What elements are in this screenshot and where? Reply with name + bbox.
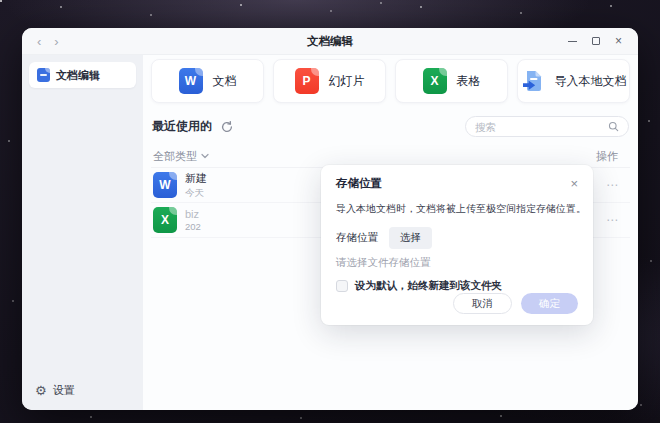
confirm-button[interactable]: 确定 bbox=[521, 293, 578, 314]
recent-header: 最近使用的 bbox=[151, 116, 630, 137]
import-local-doc-button[interactable]: 导入本地文档 bbox=[517, 59, 630, 103]
window-title: 文档编辑 bbox=[22, 34, 638, 49]
sidebar-item-doc-edit[interactable]: 文档编辑 bbox=[29, 62, 136, 88]
new-slides-button[interactable]: P 幻灯片 bbox=[273, 59, 386, 103]
search-box[interactable] bbox=[465, 116, 629, 137]
location-hint: 请选择文件存储位置 bbox=[336, 256, 578, 270]
new-sheet-button[interactable]: X 表格 bbox=[395, 59, 508, 103]
search-icon bbox=[608, 121, 619, 132]
new-slides-label: 幻灯片 bbox=[329, 73, 365, 90]
close-icon[interactable]: × bbox=[615, 35, 622, 47]
app-body: 文档编辑 ⚙ 设置 W 文档 P 幻灯片 bbox=[22, 55, 638, 410]
actions-column-header: 操作 bbox=[596, 149, 628, 164]
file-title: biz bbox=[185, 208, 201, 220]
storage-location-dialog: 存储位置 × 导入本地文档时，文档将被上传至极空间指定存储位置。 存储位置 选择… bbox=[321, 165, 593, 325]
type-filter-dropdown[interactable]: 全部类型 bbox=[153, 149, 209, 164]
nav-back-icon[interactable]: ‹ bbox=[37, 35, 41, 48]
new-document-button[interactable]: W 文档 bbox=[151, 59, 264, 103]
chevron-down-icon bbox=[201, 153, 209, 159]
sidebar: 文档编辑 ⚙ 设置 bbox=[22, 55, 143, 410]
nav-forward-icon[interactable]: › bbox=[54, 35, 58, 48]
word-doc-icon: W bbox=[179, 68, 203, 94]
dialog-description: 导入本地文档时，文档将被上传至极空间指定存储位置。 bbox=[336, 202, 578, 216]
maximize-icon[interactable] bbox=[592, 37, 600, 45]
app-window: ‹ › 文档编辑 × 文档编辑 ⚙ 设置 bbox=[22, 28, 638, 410]
type-filter-label: 全部类型 bbox=[153, 149, 197, 164]
set-default-label: 设为默认，始终新建到该文件夹 bbox=[355, 279, 502, 293]
refresh-icon[interactable] bbox=[221, 121, 233, 133]
sidebar-item-label: 文档编辑 bbox=[56, 68, 100, 83]
titlebar: ‹ › 文档编辑 × bbox=[22, 28, 638, 55]
cancel-button[interactable]: 取消 bbox=[453, 293, 512, 314]
storage-location-label: 存储位置 bbox=[336, 231, 378, 245]
main-content: W 文档 P 幻灯片 X 表格 bbox=[143, 55, 638, 410]
sheet-doc-icon: X bbox=[423, 68, 447, 94]
dialog-title: 存储位置 bbox=[336, 176, 382, 191]
doc-edit-icon bbox=[37, 68, 50, 82]
set-default-checkbox[interactable] bbox=[336, 280, 348, 292]
recent-title: 最近使用的 bbox=[152, 118, 212, 135]
sidebar-item-settings[interactable]: ⚙ 设置 bbox=[29, 383, 136, 398]
word-doc-icon: W bbox=[153, 172, 177, 198]
import-local-doc-label: 导入本地文档 bbox=[555, 73, 627, 90]
gear-icon: ⚙ bbox=[35, 384, 47, 397]
sheet-doc-icon: X bbox=[153, 207, 177, 233]
settings-label: 设置 bbox=[53, 383, 75, 398]
more-icon[interactable]: ⋯ bbox=[606, 213, 619, 227]
file-date: 今天 bbox=[185, 187, 207, 200]
file-date: 202 bbox=[185, 221, 201, 232]
template-cards: W 文档 P 幻灯片 X 表格 bbox=[151, 59, 630, 103]
minimize-icon[interactable] bbox=[568, 41, 577, 42]
search-input[interactable] bbox=[475, 121, 608, 133]
import-doc-icon bbox=[521, 69, 545, 93]
new-sheet-label: 表格 bbox=[457, 73, 481, 90]
stars-decoration bbox=[0, 0, 2, 2]
select-location-button[interactable]: 选择 bbox=[389, 227, 432, 249]
slides-doc-icon: P bbox=[295, 68, 319, 94]
more-icon[interactable]: ⋯ bbox=[606, 178, 619, 192]
desktop-background: ‹ › 文档编辑 × 文档编辑 ⚙ 设置 bbox=[0, 0, 660, 423]
dialog-close-icon[interactable]: × bbox=[570, 177, 578, 190]
new-document-label: 文档 bbox=[213, 73, 237, 90]
file-title: 新建 bbox=[185, 171, 207, 186]
